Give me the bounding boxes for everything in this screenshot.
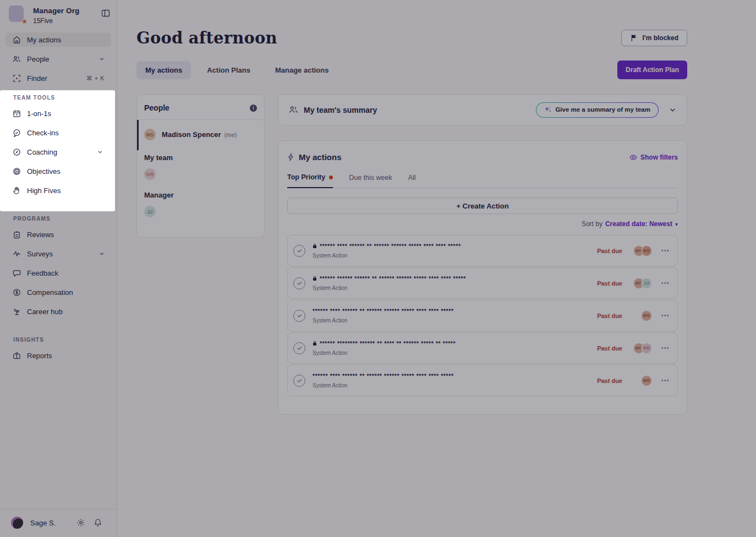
- nav-label: Objectives: [27, 167, 61, 176]
- people-panel-title: People: [144, 103, 169, 112]
- complete-checkbox[interactable]: [293, 375, 305, 387]
- dollar-circle-icon: [12, 288, 21, 297]
- action-row[interactable]: ****** **** ****** ** ****** ****** ****…: [287, 365, 678, 396]
- action-row[interactable]: ****** ******** ****** ** **** ** ******…: [287, 332, 678, 364]
- avatar: JJ: [641, 278, 652, 289]
- avatar[interactable]: KR: [144, 168, 156, 180]
- sidebar: ★ Manager Org 15Five My actions People: [0, 0, 117, 537]
- chevron-down-icon[interactable]: [669, 106, 676, 113]
- complete-checkbox[interactable]: [293, 342, 305, 354]
- row-menu-ellipsis[interactable]: •••: [661, 345, 670, 351]
- org-header: ★ Manager Org 15Five: [0, 0, 117, 28]
- bell-icon[interactable]: [94, 518, 102, 527]
- sort-dropdown[interactable]: Created date: Newest: [605, 220, 672, 228]
- action-title: ****** **** ****** ** ****** ****** ****…: [313, 308, 454, 314]
- avatar: MS: [641, 375, 652, 386]
- info-icon[interactable]: i: [250, 105, 257, 112]
- action-title: ****** ******** ****** ** **** ** ******…: [320, 340, 456, 347]
- finder-icon: [12, 74, 21, 83]
- home-icon: [12, 35, 21, 44]
- row-menu-ellipsis[interactable]: •••: [661, 313, 670, 319]
- action-subtitle: System Action: [313, 350, 597, 356]
- eye-icon: [629, 154, 637, 161]
- nav-label: Reports: [27, 352, 52, 360]
- team-summary-bar: My team's summary Give me a summary of m…: [278, 94, 687, 125]
- action-title: ****** ****** ****** ** ****** ****** **…: [320, 275, 466, 282]
- sidebar-item-people[interactable]: People: [6, 52, 111, 66]
- people-icon: [289, 105, 298, 114]
- section-title: INSIGHTS: [13, 337, 117, 343]
- gear-icon[interactable]: [76, 518, 85, 527]
- sidebar-item-high-fives[interactable]: High Fives: [6, 183, 109, 198]
- tab-top-priority[interactable]: Top Priority: [287, 173, 333, 188]
- programs-section: PROGRAMS Reviews Surveys: [0, 211, 117, 332]
- sidebar-item-reports[interactable]: Reports: [6, 348, 111, 363]
- sidebar-item-coaching[interactable]: Coaching: [6, 145, 109, 159]
- action-row[interactable]: ****** **** ****** ** ****** ****** ****…: [287, 300, 678, 331]
- sidebar-item-surveys[interactable]: Surveys: [6, 246, 111, 261]
- org-product: 15Five: [33, 17, 101, 25]
- sidebar-nav: My actions People Finder ⌘ + K: [0, 28, 117, 85]
- org-avatar[interactable]: ★: [9, 6, 24, 22]
- lock-icon: [313, 276, 317, 281]
- tab-my-actions[interactable]: My actions: [136, 61, 191, 79]
- section-title: TEAM TOOLS: [13, 95, 115, 101]
- create-action-button[interactable]: + Create Action: [287, 198, 678, 214]
- avatar: MS: [641, 310, 652, 321]
- due-badge: Past due: [597, 280, 622, 287]
- insights-section: INSIGHTS Reports: [0, 332, 117, 376]
- sidebar-item-my-actions[interactable]: My actions: [6, 32, 111, 47]
- sidebar-collapse-icon[interactable]: [101, 6, 110, 18]
- sidebar-item-objectives[interactable]: Objectives: [6, 164, 109, 178]
- draft-action-plan-button[interactable]: Draft Action Plan: [617, 61, 687, 79]
- complete-checkbox[interactable]: [293, 245, 305, 257]
- clipboard-star-icon: [12, 230, 21, 239]
- sidebar-item-1-on-1s[interactable]: 1-on-1s: [6, 106, 109, 120]
- sparkle-icon: [544, 106, 551, 113]
- sidebar-item-compensation[interactable]: Compensation: [6, 285, 111, 299]
- people-panel: People i MS Madison Spencer (me) My team…: [136, 94, 265, 238]
- user-avatar[interactable]: [11, 517, 23, 529]
- show-filters-link[interactable]: Show filters: [629, 154, 678, 161]
- sidebar-item-finder[interactable]: Finder ⌘ + K: [6, 71, 111, 85]
- bolt-icon: [287, 153, 294, 161]
- person-row-me[interactable]: MS Madison Spencer (me): [137, 120, 264, 150]
- sidebar-item-career-hub[interactable]: Career hub: [6, 304, 111, 319]
- hand-icon: [12, 186, 21, 195]
- sidebar-item-feedback[interactable]: Feedback: [6, 266, 111, 280]
- action-row[interactable]: ****** **** ****** ** ****** ****** ****…: [287, 235, 678, 266]
- chevron-down-icon: [99, 56, 105, 62]
- im-blocked-button[interactable]: I'm blocked: [621, 30, 687, 46]
- sidebar-item-check-ins[interactable]: Check-ins: [6, 125, 109, 140]
- due-badge: Past due: [597, 248, 622, 254]
- my-actions-panel: My actions Show filters Top Priority: [278, 140, 687, 415]
- tab-due-this-week[interactable]: Due this week: [349, 173, 392, 188]
- action-row[interactable]: ****** ****** ****** ** ****** ****** **…: [287, 267, 678, 299]
- user-name[interactable]: Sage S.: [30, 519, 68, 527]
- tab-all[interactable]: All: [408, 173, 416, 188]
- due-badge: Past due: [597, 345, 622, 352]
- complete-checkbox[interactable]: [293, 277, 305, 289]
- row-menu-ellipsis[interactable]: •••: [661, 248, 670, 254]
- row-menu-ellipsis[interactable]: •••: [661, 377, 670, 383]
- avatar: KR: [641, 343, 652, 354]
- row-menu-ellipsis[interactable]: •••: [661, 280, 670, 286]
- action-subtitle: System Action: [313, 253, 597, 259]
- lock-icon: [313, 341, 317, 346]
- action-subtitle: System Action: [313, 285, 597, 291]
- finder-shortcut: ⌘ + K: [86, 75, 105, 82]
- avatar: MS: [144, 129, 156, 140]
- person-suffix: (me): [224, 131, 237, 138]
- nav-label: 1-on-1s: [27, 109, 51, 118]
- action-subtitle: System Action: [313, 382, 597, 388]
- sidebar-item-reviews[interactable]: Reviews: [6, 227, 111, 242]
- ai-summary-button[interactable]: Give me a summary of my team: [536, 102, 659, 118]
- complete-checkbox[interactable]: [293, 310, 305, 322]
- tab-action-plans[interactable]: Action Plans: [198, 61, 259, 79]
- nav-label: Check-ins: [27, 129, 59, 137]
- actions-filter-tabs: Top Priority Due this week All: [287, 173, 678, 188]
- person-name: Madison Spencer: [162, 130, 221, 139]
- avatar[interactable]: JJ: [144, 206, 156, 217]
- tab-manage-actions[interactable]: Manage actions: [266, 61, 338, 79]
- chevron-down-icon: [97, 149, 103, 155]
